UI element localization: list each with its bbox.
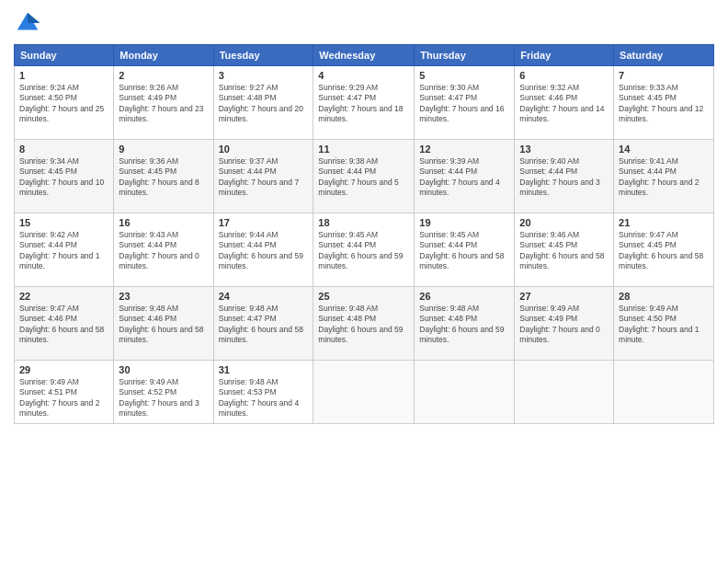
sunrise-label: Sunrise: 9:49 AM [119, 377, 178, 386]
daylight-label: Daylight: 6 hours and 58 minutes. [419, 251, 504, 270]
col-sunday: Sunday [15, 45, 114, 66]
calendar-week-5: 29 Sunrise: 9:49 AM Sunset: 4:51 PM Dayl… [15, 361, 714, 424]
sunset-label: Sunset: 4:49 PM [519, 314, 577, 323]
day-info: Sunrise: 9:49 AM Sunset: 4:50 PM Dayligh… [619, 304, 709, 346]
daylight-label: Daylight: 6 hours and 58 minutes. [519, 251, 604, 270]
sunset-label: Sunset: 4:45 PM [619, 240, 677, 249]
table-row: 29 Sunrise: 9:49 AM Sunset: 4:51 PM Dayl… [15, 361, 114, 424]
sunset-label: Sunset: 4:46 PM [19, 314, 77, 323]
day-info: Sunrise: 9:48 AM Sunset: 4:53 PM Dayligh… [219, 377, 309, 419]
sunset-label: Sunset: 4:49 PM [119, 93, 176, 102]
daylight-label: Daylight: 7 hours and 23 minutes. [119, 104, 203, 123]
table-row: 11 Sunrise: 9:38 AM Sunset: 4:44 PM Dayl… [313, 140, 415, 213]
sunset-label: Sunset: 4:50 PM [19, 93, 77, 102]
sunset-label: Sunset: 4:50 PM [619, 314, 677, 323]
table-row: 17 Sunrise: 9:44 AM Sunset: 4:44 PM Dayl… [213, 213, 313, 287]
calendar-week-2: 8 Sunrise: 9:34 AM Sunset: 4:45 PM Dayli… [15, 140, 714, 213]
table-row: 21 Sunrise: 9:47 AM Sunset: 4:45 PM Dayl… [614, 213, 714, 287]
daylight-label: Daylight: 7 hours and 14 minutes. [519, 104, 604, 123]
table-row: 5 Sunrise: 9:30 AM Sunset: 4:47 PM Dayli… [415, 66, 515, 140]
day-number: 30 [119, 364, 208, 375]
sunrise-label: Sunrise: 9:47 AM [619, 230, 678, 239]
day-number: 18 [318, 217, 409, 228]
sunrise-label: Sunrise: 9:37 AM [219, 156, 279, 166]
table-row: 27 Sunrise: 9:49 AM Sunset: 4:49 PM Dayl… [515, 287, 614, 361]
table-row: 22 Sunrise: 9:47 AM Sunset: 4:46 PM Dayl… [15, 287, 114, 361]
table-row: 25 Sunrise: 9:48 AM Sunset: 4:48 PM Dayl… [313, 287, 415, 361]
day-number: 14 [619, 144, 709, 155]
table-row [313, 361, 415, 424]
daylight-label: Daylight: 6 hours and 58 minutes. [619, 251, 703, 270]
daylight-label: Daylight: 7 hours and 3 minutes. [119, 398, 199, 418]
day-info: Sunrise: 9:32 AM Sunset: 4:46 PM Dayligh… [519, 83, 609, 125]
daylight-label: Daylight: 7 hours and 20 minutes. [219, 104, 303, 123]
day-info: Sunrise: 9:38 AM Sunset: 4:44 PM Dayligh… [318, 156, 409, 199]
sunrise-label: Sunrise: 9:26 AM [119, 83, 178, 92]
table-row: 15 Sunrise: 9:42 AM Sunset: 4:44 PM Dayl… [15, 213, 114, 287]
day-number: 17 [219, 217, 309, 228]
day-info: Sunrise: 9:49 AM Sunset: 4:52 PM Dayligh… [119, 377, 208, 419]
day-info: Sunrise: 9:43 AM Sunset: 4:44 PM Dayligh… [119, 230, 208, 272]
day-number: 26 [419, 291, 509, 302]
sunrise-label: Sunrise: 9:46 AM [519, 230, 579, 239]
sunrise-label: Sunrise: 9:32 AM [519, 83, 579, 92]
sunset-label: Sunset: 4:46 PM [519, 93, 577, 102]
table-row: 6 Sunrise: 9:32 AM Sunset: 4:46 PM Dayli… [515, 66, 614, 140]
sunrise-label: Sunrise: 9:43 AM [119, 230, 178, 239]
sunrise-label: Sunrise: 9:40 AM [519, 156, 579, 166]
sunset-label: Sunset: 4:52 PM [119, 387, 176, 396]
sunset-label: Sunset: 4:45 PM [119, 167, 176, 176]
table-row: 4 Sunrise: 9:29 AM Sunset: 4:47 PM Dayli… [313, 66, 415, 140]
logo-icon [14, 9, 41, 37]
sunrise-label: Sunrise: 9:24 AM [19, 83, 79, 92]
daylight-label: Daylight: 6 hours and 59 minutes. [419, 325, 504, 344]
table-row: 28 Sunrise: 9:49 AM Sunset: 4:50 PM Dayl… [614, 287, 714, 361]
sunrise-label: Sunrise: 9:38 AM [318, 156, 378, 166]
daylight-label: Daylight: 7 hours and 4 minutes. [219, 398, 299, 418]
col-tuesday: Tuesday [213, 45, 313, 66]
page: Sunday Monday Tuesday Wednesday Thursday… [0, 0, 728, 563]
day-info: Sunrise: 9:39 AM Sunset: 4:44 PM Dayligh… [419, 156, 509, 199]
table-row: 10 Sunrise: 9:37 AM Sunset: 4:44 PM Dayl… [213, 140, 313, 213]
sunrise-label: Sunrise: 9:49 AM [619, 304, 678, 313]
day-info: Sunrise: 9:48 AM Sunset: 4:48 PM Dayligh… [419, 304, 509, 346]
day-number: 4 [318, 70, 409, 81]
day-info: Sunrise: 9:47 AM Sunset: 4:46 PM Dayligh… [19, 304, 108, 346]
table-row: 26 Sunrise: 9:48 AM Sunset: 4:48 PM Dayl… [415, 287, 515, 361]
sunrise-label: Sunrise: 9:42 AM [19, 230, 79, 239]
day-number: 1 [19, 70, 108, 81]
sunset-label: Sunset: 4:45 PM [619, 93, 677, 102]
day-number: 16 [119, 217, 208, 228]
col-monday: Monday [114, 45, 213, 66]
sunset-label: Sunset: 4:44 PM [619, 167, 677, 176]
sunset-label: Sunset: 4:51 PM [19, 387, 77, 396]
table-row: 23 Sunrise: 9:48 AM Sunset: 4:46 PM Dayl… [114, 287, 213, 361]
daylight-label: Daylight: 7 hours and 8 minutes. [119, 178, 199, 197]
table-row: 2 Sunrise: 9:26 AM Sunset: 4:49 PM Dayli… [114, 66, 213, 140]
sunrise-label: Sunrise: 9:44 AM [219, 230, 279, 239]
day-info: Sunrise: 9:33 AM Sunset: 4:45 PM Dayligh… [619, 83, 709, 125]
day-number: 10 [219, 144, 309, 155]
sunset-label: Sunset: 4:44 PM [119, 240, 176, 249]
day-number: 8 [19, 144, 108, 155]
sunset-label: Sunset: 4:46 PM [119, 314, 176, 323]
day-info: Sunrise: 9:46 AM Sunset: 4:45 PM Dayligh… [519, 230, 609, 272]
sunrise-label: Sunrise: 9:48 AM [119, 304, 178, 313]
sunrise-label: Sunrise: 9:45 AM [318, 230, 378, 239]
sunrise-label: Sunrise: 9:27 AM [219, 83, 279, 92]
header [14, 9, 714, 37]
sunrise-label: Sunrise: 9:34 AM [19, 156, 79, 166]
daylight-label: Daylight: 7 hours and 2 minutes. [619, 178, 699, 197]
sunrise-label: Sunrise: 9:33 AM [619, 83, 678, 92]
sunrise-label: Sunrise: 9:48 AM [219, 377, 279, 386]
day-number: 25 [318, 291, 409, 302]
table-row: 16 Sunrise: 9:43 AM Sunset: 4:44 PM Dayl… [114, 213, 213, 287]
sunset-label: Sunset: 4:48 PM [219, 93, 277, 102]
table-row: 19 Sunrise: 9:45 AM Sunset: 4:44 PM Dayl… [415, 213, 515, 287]
daylight-label: Daylight: 6 hours and 59 minutes. [219, 251, 303, 270]
day-number: 13 [519, 144, 609, 155]
sunset-label: Sunset: 4:44 PM [318, 240, 376, 249]
daylight-label: Daylight: 7 hours and 5 minutes. [318, 178, 398, 197]
day-number: 9 [119, 144, 208, 155]
day-info: Sunrise: 9:49 AM Sunset: 4:51 PM Dayligh… [19, 377, 108, 419]
